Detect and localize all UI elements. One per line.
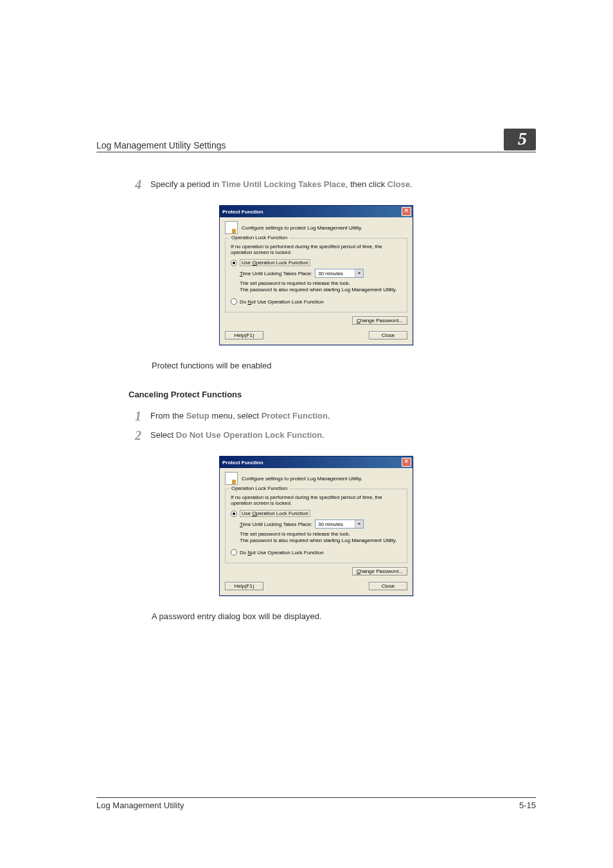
result-text: Protect functions will be enabled xyxy=(152,361,536,370)
time-until-lock-value: 30 minutes xyxy=(315,271,355,276)
close-button[interactable]: Close xyxy=(369,331,407,339)
step-number: 1 xyxy=(129,410,141,422)
dialog-description: Configure settings to protect Log Manage… xyxy=(242,225,362,231)
protect-function-dialog: Protect Function ✕ Configure settings to… xyxy=(219,456,413,596)
lock-document-icon xyxy=(225,221,238,234)
radio-use-lock[interactable] xyxy=(231,511,237,517)
operation-lock-group: Operation Lock Function If no operation … xyxy=(225,489,407,563)
radio-use-lock-label: Use Operation Lock Function xyxy=(240,259,310,266)
help-button[interactable]: Help(F1) xyxy=(225,331,263,339)
change-password-button[interactable]: Change Password... xyxy=(352,316,407,325)
step-text-fragment: Specify a period in xyxy=(150,179,222,189)
footer-page-number: 5-15 xyxy=(519,800,536,810)
step-text-fragment: . xyxy=(328,411,330,420)
step-text-fragment: . xyxy=(322,430,324,440)
operation-lock-group: Operation Lock Function If no operation … xyxy=(225,238,407,312)
lock-note-1: The set password is required to release … xyxy=(240,531,402,538)
radio-do-not-use-lock[interactable] xyxy=(231,298,237,305)
subheading-canceling: Canceling Protect Functions xyxy=(129,390,536,399)
step-text-emphasis: Protect Function xyxy=(262,411,328,420)
step-text: From the Setup menu, select Protect Func… xyxy=(150,410,330,422)
step-text-fragment: , then click xyxy=(346,179,387,189)
protect-function-dialog: Protect Function ✕ Configure settings to… xyxy=(219,205,413,345)
step-text-emphasis: Time Until Locking Takes Place xyxy=(222,179,346,189)
chevron-down-icon[interactable] xyxy=(355,520,363,528)
radio-use-lock[interactable] xyxy=(231,260,237,266)
step-text-emphasis: Setup xyxy=(186,411,209,420)
chapter-number-badge: 5 xyxy=(504,129,536,150)
radio-do-not-use-lock-label: Do Not Use Operation Lock Function xyxy=(240,550,324,556)
time-until-lock-label: Time Until Locking Takes Place: xyxy=(240,271,312,276)
time-until-lock-value: 30 minutes xyxy=(315,521,355,527)
step-text-emphasis: Close xyxy=(387,179,410,189)
dialog-title: Protect Function xyxy=(222,460,402,466)
close-icon[interactable]: ✕ xyxy=(402,458,411,467)
close-icon[interactable]: ✕ xyxy=(402,207,411,216)
dialog-description: Configure settings to protect Log Manage… xyxy=(242,476,362,482)
dialog-title: Protect Function xyxy=(222,209,402,215)
step-text-fragment: menu, select xyxy=(209,411,262,420)
close-button[interactable]: Close xyxy=(369,582,407,590)
lock-document-icon xyxy=(225,472,238,485)
radio-use-lock-label: Use Operation Lock Function xyxy=(240,510,310,517)
lock-note-2: The password is also required when start… xyxy=(240,538,402,544)
step-text-fragment: . xyxy=(410,179,413,189)
footer-product: Log Management Utility xyxy=(96,800,184,810)
time-until-lock-combo[interactable]: 30 minutes xyxy=(315,269,364,278)
step-text-fragment: Select xyxy=(150,430,176,440)
step-text: Specify a period in Time Until Locking T… xyxy=(150,178,413,191)
group-legend: Operation Lock Function xyxy=(229,485,289,491)
chevron-down-icon[interactable] xyxy=(355,269,363,277)
lock-note-2: The password is also required when start… xyxy=(240,287,402,293)
group-legend: Operation Lock Function xyxy=(229,235,289,240)
step-number: 2 xyxy=(129,429,141,442)
step-number: 4 xyxy=(129,178,141,191)
time-until-lock-combo[interactable]: 30 minutes xyxy=(315,520,364,529)
result-text: A password entry dialog box will be disp… xyxy=(152,611,536,621)
step-text-emphasis: Do Not Use Operation Lock Function xyxy=(176,430,323,440)
change-password-button[interactable]: Change Password... xyxy=(352,567,407,575)
running-header-title: Log Management Utility Settings xyxy=(96,140,226,150)
group-intro: If no operation is performed during the … xyxy=(231,494,402,506)
radio-do-not-use-lock-label: Do Not Use Operation Lock Function xyxy=(240,299,324,305)
step-text: Select Do Not Use Operation Lock Functio… xyxy=(150,429,324,442)
lock-note-1: The set password is required to release … xyxy=(240,280,402,287)
help-button[interactable]: Help(F1) xyxy=(225,582,263,590)
step-text-fragment: From the xyxy=(150,411,186,420)
time-until-lock-label: Time Until Locking Takes Place: xyxy=(240,521,312,527)
radio-do-not-use-lock[interactable] xyxy=(231,549,237,556)
group-intro: If no operation is performed during the … xyxy=(231,244,402,255)
